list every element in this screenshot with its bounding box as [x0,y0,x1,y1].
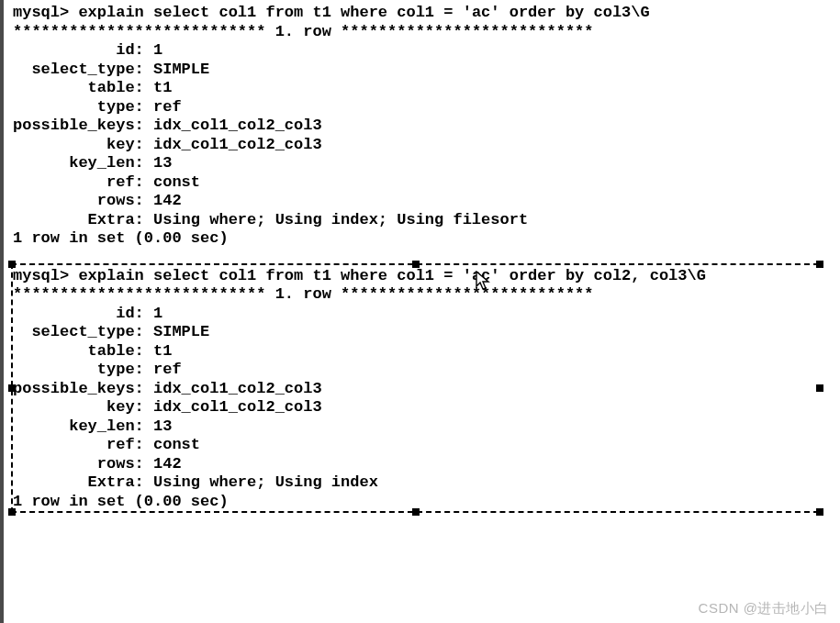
explain-row: key: idx_col1_col2_col3 [13,398,819,417]
explain-row: select_type: SIMPLE [13,323,819,342]
explain-row: rows: 142 [13,455,819,474]
selection-handle-icon[interactable] [412,508,420,516]
terminal-output: mysql> explain select col1 from t1 where… [0,0,840,623]
sql-prompt-1: mysql> explain select col1 from t1 where… [13,4,840,23]
row-marker-2: *************************** 1. row *****… [13,285,819,305]
row-marker-1: *************************** 1. row *****… [13,23,840,42]
explain-row: possible_keys: idx_col1_col2_col3 [13,380,819,399]
explain-row: select_type: SIMPLE [13,61,840,80]
selected-region[interactable]: mysql> explain select col1 from t1 where… [11,263,819,514]
sql-prompt-2: mysql> explain select col1 from t1 where… [13,267,819,286]
selection-handle-icon[interactable] [8,384,16,392]
explain-row: id: 1 [13,41,840,61]
watermark: CSDN @进击地小白 [699,600,829,617]
explain-row: ref: const [13,436,819,455]
explain-row: type: ref [13,98,840,117]
explain-row: rows: 142 [13,192,840,211]
explain-row: key_len: 13 [13,417,819,437]
explain-row: type: ref [13,361,819,380]
selection-handle-icon[interactable] [8,261,16,268]
explain-row: table: t1 [13,342,819,362]
explain-row: key_len: 13 [13,154,840,173]
selection-handle-icon[interactable] [816,261,823,268]
explain-row: table: t1 [13,79,840,98]
selection-handle-icon[interactable] [412,261,420,268]
result-footer-1: 1 row in set (0.00 sec) [13,229,840,249]
selection-handle-icon[interactable] [816,508,823,516]
explain-row: Extra: Using where; Using index; Using f… [13,211,840,230]
explain-row: possible_keys: idx_col1_col2_col3 [13,117,840,136]
selection-handle-icon[interactable] [816,384,823,392]
explain-row: Extra: Using where; Using index [13,473,819,493]
explain-row: ref: const [13,173,840,193]
explain-row: key: idx_col1_col2_col3 [13,136,840,155]
explain-row: id: 1 [13,305,819,324]
selection-handle-icon[interactable] [8,508,16,516]
